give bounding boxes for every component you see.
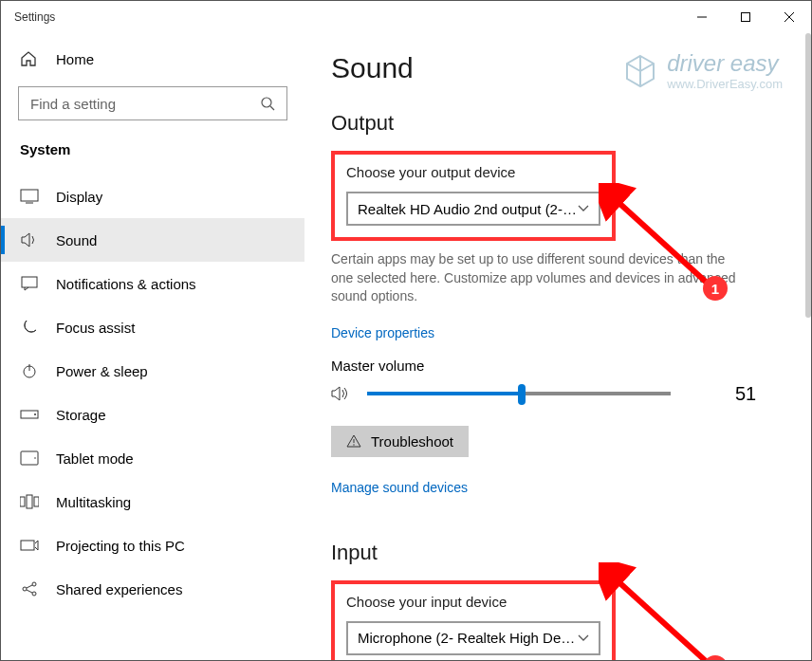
cube-icon [621,52,659,90]
volume-thumb[interactable] [518,384,526,405]
annotation-badge-2: 2 [703,655,728,660]
svg-point-20 [32,582,36,586]
svg-rect-1 [742,13,750,22]
output-help-text: Certain apps may be set up to use differ… [331,250,748,306]
sidebar-item-label: Power & sleep [56,363,148,379]
sidebar-group-label: System [1,139,304,174]
sidebar-item-display[interactable]: Display [1,174,304,218]
sidebar-item-multitasking[interactable]: Multitasking [1,480,304,523]
sidebar-item-label: Shared experiences [56,581,182,597]
storage-icon [20,405,39,424]
watermark: driver easy www.DriverEasy.com [621,50,783,91]
sidebar-item-tablet-mode[interactable]: Tablet mode [1,436,304,480]
input-device-label: Choose your input device [346,594,600,610]
output-device-label: Choose your output device [346,164,600,180]
svg-line-27 [613,577,717,660]
window-title: Settings [14,10,55,24]
sidebar-item-notifications[interactable]: Notifications & actions [1,262,304,305]
sidebar: Home System Display Sound Notifications … [1,33,304,660]
svg-rect-8 [22,277,37,287]
manage-sound-devices-link[interactable]: Manage sound devices [331,480,468,495]
multitasking-icon [20,492,39,511]
annotation-arrow-2 [599,562,731,660]
search-icon [261,97,275,111]
window-controls [680,1,811,33]
chevron-down-icon [578,205,589,212]
chevron-down-icon [578,634,589,642]
close-button[interactable] [767,1,811,33]
svg-line-22 [27,585,32,588]
svg-rect-6 [21,190,38,201]
sidebar-item-shared-experiences[interactable]: Shared experiences [1,567,304,611]
titlebar: Settings [1,1,811,33]
svg-line-5 [270,106,274,110]
sidebar-item-focus-assist[interactable]: Focus assist [1,305,304,349]
volume-value: 51 [735,383,756,405]
sidebar-item-label: Tablet mode [56,450,134,467]
svg-line-23 [27,590,32,593]
svg-rect-16 [27,495,32,508]
sidebar-item-label: Notifications & actions [56,276,196,292]
sidebar-item-label: Multitasking [56,494,131,510]
svg-rect-18 [21,541,34,550]
notifications-icon [20,274,39,293]
sidebar-item-storage[interactable]: Storage [1,393,304,436]
sidebar-item-label: Display [56,189,102,205]
sidebar-item-power-sleep[interactable]: Power & sleep [1,349,304,393]
sidebar-item-label: Sound [56,232,97,248]
home-label: Home [56,51,94,67]
home-icon [20,50,39,67]
svg-rect-17 [34,497,39,506]
troubleshoot-label: Troubleshoot [371,433,453,450]
output-device-dropdown[interactable]: Realtek HD Audio 2nd output (2- Re... [346,192,600,226]
speaker-icon[interactable] [331,385,350,402]
svg-point-12 [34,413,36,415]
volume-slider[interactable] [367,392,671,395]
sound-icon [20,230,39,249]
focus-assist-icon [20,318,39,337]
troubleshoot-button[interactable]: Troubleshoot [331,426,469,457]
sidebar-item-sound[interactable]: Sound [1,218,304,262]
shared-icon [20,579,39,598]
output-section-title: Output [331,111,773,136]
sidebar-item-label: Storage [56,407,106,423]
svg-point-4 [262,98,271,107]
sidebar-item-projecting[interactable]: Projecting to this PC [1,523,304,567]
search-input-container[interactable] [18,86,287,120]
svg-point-19 [23,587,27,591]
search-input[interactable] [30,96,261,112]
input-section-title: Input [331,541,773,565]
input-device-selected: Microphone (2- Realtek High Definit... [358,630,578,646]
scrollbar[interactable] [805,33,811,318]
output-device-selected: Realtek HD Audio 2nd output (2- Re... [358,201,578,217]
svg-point-21 [32,592,36,596]
tablet-icon [20,449,39,468]
sidebar-item-label: Projecting to this PC [56,538,185,554]
input-highlight-box: Choose your input device Microphone (2- … [331,580,616,660]
power-icon [20,361,39,380]
input-device-dropdown[interactable]: Microphone (2- Realtek High Definit... [346,621,600,655]
sidebar-item-label: Focus assist [56,320,135,336]
svg-rect-15 [20,497,25,506]
device-properties-link[interactable]: Device properties [331,325,434,340]
svg-point-25 [353,445,354,446]
watermark-line2: www.DriverEasy.com [667,77,783,91]
maximize-button[interactable] [724,1,767,33]
warning-icon [346,434,361,448]
home-link[interactable]: Home [1,43,304,75]
output-highlight-box: Choose your output device Realtek HD Aud… [331,151,616,241]
master-volume-label: Master volume [331,358,773,374]
svg-point-14 [34,457,36,459]
watermark-line1: driver easy [667,50,783,77]
content-pane: driver easy www.DriverEasy.com Sound Out… [304,33,811,660]
master-volume-row: 51 [331,383,773,405]
projecting-icon [20,536,39,555]
display-icon [20,187,39,206]
minimize-button[interactable] [680,1,724,33]
